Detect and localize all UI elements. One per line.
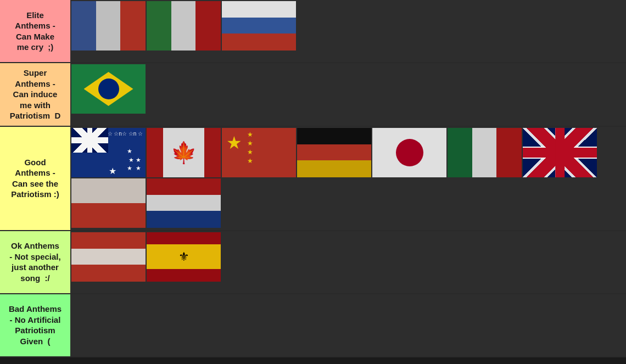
flag-france [71,1,146,51]
flag-brazil [71,64,146,114]
flag-netherlands [147,178,221,228]
tier-items-good: ★ ★ ★★ ★ ★ 🍁 ★ ★ ★ ★ [70,127,626,230]
flag-italy [147,1,221,51]
flag-russia [222,1,296,51]
tier-row-super: SuperAnthems -Can induceme withPatriotis… [0,63,626,127]
tier-items-ok: ⚜ [70,231,626,293]
tier-table: EliteAnthems -Can Makeme cry ;) SuperAnt… [0,0,626,357]
tier-items-super [70,63,626,126]
tier-row-bad: Bad Anthems- No ArtificialPatriotismGive… [0,294,626,357]
flag-austria [71,232,146,282]
tier-items-elite [70,0,626,62]
tier-label-ok: Ok Anthems- Not special,just anothersong… [0,231,70,293]
tier-label-bad: Bad Anthems- No ArtificialPatriotismGive… [0,294,70,356]
tier-items-bad [70,294,626,356]
flag-australia: ★ ★ ★★ ★ ★ [71,128,146,177]
flag-canada: 🍁 [147,128,221,177]
tier-label-good: GoodAnthems -Can see thePatriotism :) [0,127,70,230]
china-star-icon: ★ [226,132,242,153]
tier-label-super: SuperAnthems -Can induceme withPatriotis… [0,63,70,126]
flag-china: ★ ★ ★ ★ ★ [222,128,296,177]
tier-row-good: GoodAnthems -Can see thePatriotism :) ★ … [0,127,626,231]
tier-label-elite: EliteAnthems -Can Makeme cry ;) [0,0,70,62]
china-small-stars: ★ ★ ★ ★ [247,131,253,165]
flag-mexico [448,128,522,177]
tier-row-elite: EliteAnthems -Can Makeme cry ;) [0,0,626,63]
japan-circle [396,139,423,166]
maple-leaf-icon: 🍁 [171,141,197,165]
flag-poland [71,178,146,228]
tier-row-ok: Ok Anthems- Not special,just anothersong… [0,231,626,294]
flag-uk [523,128,597,177]
flag-spain: ⚜ [147,232,221,282]
flag-japan [372,128,446,177]
flag-germany [297,128,371,177]
